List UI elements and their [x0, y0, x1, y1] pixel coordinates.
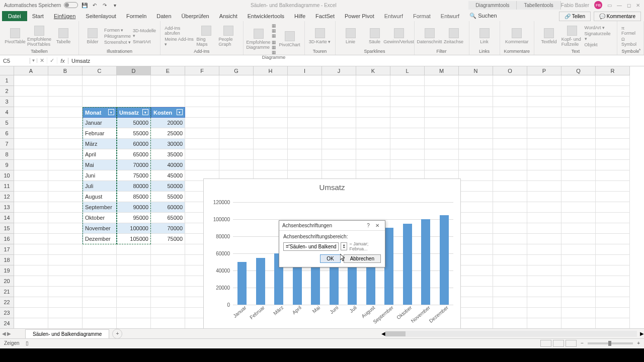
cell[interactable]	[288, 118, 322, 128]
cell[interactable]	[14, 202, 48, 213]
cell[interactable]	[48, 118, 83, 128]
row-header[interactable]: 24	[0, 318, 14, 328]
cell[interactable]	[561, 75, 596, 86]
table-cell[interactable]: 30000	[151, 139, 185, 149]
cell[interactable]	[459, 139, 493, 149]
cell[interactable]	[322, 160, 356, 170]
cell[interactable]	[493, 244, 527, 255]
cell[interactable]	[14, 213, 48, 223]
cell[interactable]	[48, 223, 83, 234]
cell[interactable]	[425, 118, 459, 128]
name-box[interactable]: C5	[0, 58, 30, 64]
cell[interactable]	[596, 287, 630, 297]
horizontal-scrollbar[interactable]	[385, 331, 637, 337]
cell[interactable]	[48, 128, 83, 139]
cell[interactable]	[356, 160, 390, 170]
cell[interactable]	[390, 97, 425, 107]
cell[interactable]	[288, 75, 322, 86]
row-header[interactable]: 18	[0, 255, 14, 265]
pictures-button[interactable]: Bilder	[83, 28, 102, 44]
cell[interactable]	[493, 297, 527, 308]
cell[interactable]	[219, 118, 254, 128]
cell[interactable]	[527, 86, 561, 97]
cell[interactable]	[527, 97, 561, 107]
cell[interactable]	[493, 170, 527, 181]
macro-record-icon[interactable]: ▯	[26, 340, 29, 346]
cell[interactable]	[459, 308, 493, 318]
cell[interactable]	[493, 75, 527, 86]
tab-entwicklertools[interactable]: Entwicklertools	[243, 11, 289, 21]
cell[interactable]	[459, 276, 493, 287]
cell[interactable]	[425, 149, 459, 160]
cell[interactable]	[596, 297, 630, 308]
cell[interactable]	[254, 86, 288, 97]
cell[interactable]	[459, 213, 493, 223]
cell[interactable]	[83, 86, 117, 97]
cell[interactable]	[527, 276, 561, 287]
row-header[interactable]: 11	[0, 181, 14, 192]
cell[interactable]	[425, 75, 459, 86]
table-cell[interactable]: 65000	[117, 149, 151, 160]
object-button[interactable]: Objekt	[585, 42, 613, 47]
row-header[interactable]: 20	[0, 276, 14, 287]
cell[interactable]	[14, 244, 48, 255]
table-header-cell[interactable]: Kosten▾	[151, 107, 185, 118]
close-icon[interactable]: ✕	[636, 3, 640, 8]
cell[interactable]	[527, 223, 561, 234]
cell[interactable]	[83, 308, 117, 318]
cell[interactable]	[322, 128, 356, 139]
recommended-pivot-button[interactable]: Empfohlene PivotTables	[28, 26, 50, 47]
cell[interactable]	[356, 128, 390, 139]
cell[interactable]	[14, 192, 48, 202]
cell[interactable]	[14, 170, 48, 181]
table-cell[interactable]: 40000	[151, 160, 185, 170]
cell[interactable]	[596, 149, 630, 160]
comment-button[interactable]: Kommentar	[506, 28, 528, 44]
cell[interactable]	[254, 97, 288, 107]
cell[interactable]	[14, 234, 48, 244]
cell[interactable]	[561, 276, 596, 287]
cell[interactable]	[356, 149, 390, 160]
cell[interactable]	[493, 276, 527, 287]
row-header[interactable]: 2	[0, 86, 14, 97]
row-header[interactable]: 12	[0, 192, 14, 202]
cell[interactable]	[48, 308, 83, 318]
chart-bar[interactable]	[384, 228, 393, 305]
tab-entwurf-table[interactable]: Entwurf	[436, 11, 464, 21]
slicer-button[interactable]: Datenschnitt	[419, 28, 441, 44]
cell[interactable]	[322, 86, 356, 97]
cell[interactable]	[596, 86, 630, 97]
cell[interactable]	[561, 160, 596, 170]
cell[interactable]	[14, 223, 48, 234]
table-cell[interactable]: 70000	[151, 223, 185, 234]
cell[interactable]	[561, 223, 596, 234]
chart-bar[interactable]	[256, 258, 265, 305]
get-addins-button[interactable]: Add-Ins abrufen	[165, 26, 194, 36]
cell[interactable]	[596, 170, 630, 181]
redo-icon[interactable]: ↷	[101, 2, 108, 9]
cell[interactable]	[561, 255, 596, 265]
cell[interactable]	[151, 265, 185, 276]
row-header[interactable]: 14	[0, 213, 14, 223]
table-cell[interactable]: 50000	[151, 181, 185, 192]
cell[interactable]	[596, 276, 630, 287]
undo-icon[interactable]: ↶	[91, 2, 98, 9]
cell[interactable]	[151, 97, 185, 107]
cell[interactable]	[493, 287, 527, 297]
cell[interactable]	[561, 297, 596, 308]
cell[interactable]	[14, 160, 48, 170]
cell[interactable]	[117, 255, 151, 265]
recommended-charts-button[interactable]: Empfohlene Diagramme	[248, 29, 270, 50]
sparkline-winloss-button[interactable]: Gewinn/Verlust	[388, 28, 410, 44]
cell[interactable]	[254, 149, 288, 160]
cell[interactable]	[459, 192, 493, 202]
cell[interactable]	[254, 128, 288, 139]
cell[interactable]	[527, 318, 561, 328]
minimize-icon[interactable]: —	[617, 3, 622, 8]
textbox-button[interactable]: Textfeld	[538, 28, 559, 44]
tab-entwurf-chart[interactable]: Entwurf	[379, 11, 408, 21]
cell[interactable]	[254, 118, 288, 128]
column-header[interactable]: D	[117, 66, 151, 75]
dialog-help-icon[interactable]: ?	[364, 223, 373, 228]
cell[interactable]	[459, 318, 493, 328]
